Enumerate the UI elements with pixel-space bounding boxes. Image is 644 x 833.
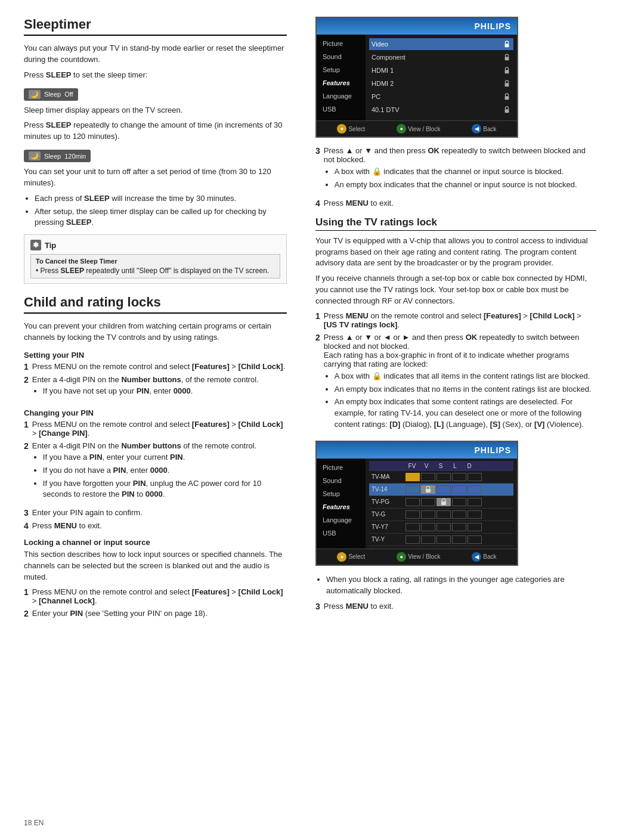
tv-footer-2: ● Select ● View / Block ◀ Back [317,549,517,565]
col-d: D [462,463,476,469]
row-tvg: TV-G [369,509,513,521]
cell-tvy7-d [467,523,482,531]
footer-back-1: ◀ Back [472,124,496,134]
s1-p1: You can always put your TV in stand-by m… [24,43,287,66]
step4-exit-row: 3 Press MENU to exit. [315,602,596,611]
label-tvy7: TV-Y7 [371,524,405,530]
tv-menu-setup-1: Setup [317,63,366,76]
r4-b3: An empty box indicates that some content… [335,397,596,431]
cell-tvpg-d [467,498,482,506]
tv2-menu-setup: Setup [317,487,366,500]
cell-tv14-v [421,485,435,494]
select-icon-2: ● [337,552,346,562]
tip-label: Tip [45,241,56,250]
cell-tvy-v [421,535,435,544]
right-step4-num: 4 [315,199,320,208]
cell-tv14-fv [405,485,420,494]
footer-back-2: ◀ Back [472,552,496,562]
footer-select-2: ● Select [337,552,365,562]
right-step4-2: 2 Press ▲ or ▼ or ◄ or ► and then press … [315,333,596,435]
s2-p1: You can prevent your children from watch… [24,321,287,343]
s4-p2: If you receive channels through a set-to… [315,273,596,307]
row-tvy: TV-Y [369,534,513,546]
cell-tvma-fv [405,473,420,481]
s1-p5: You can set your unit to turn off after … [24,166,287,189]
cell-tvg-s [436,510,451,519]
right-step4-exit: 4 Press MENU to exit. [315,199,596,208]
s3-p1: This section describes how to lock input… [24,549,287,583]
cell-tvpg-s [436,498,451,506]
right-step3: 3 Press ▲ or ▼ and then press OK repeate… [315,146,596,195]
step3-content1: Press MENU on the remote control and sel… [32,587,287,605]
ratings-footer-b1: When you block a rating, all ratings in … [326,574,596,597]
tv2-menu-picture: Picture [317,461,366,474]
cell-tv14-l [452,485,466,494]
lock-icon-dtv [503,106,511,114]
step2-row1: 1 Press MENU on the remote control and s… [24,420,287,438]
footer-select-label-2: Select [348,553,365,560]
tv-sidebar-2: Picture Sound Setup Features Language US… [317,459,366,549]
step2-row4: 4 Press MENU to exit. [24,521,287,531]
cell-tv14-s [436,485,451,494]
sleep-bullet-2: After setup, the sleep timer display can… [35,206,287,229]
cell-tvy7-v [421,523,435,531]
svg-rect-4 [505,96,509,100]
step4-exit-content: Press MENU to exit. [324,602,596,611]
viewblock-icon-2: ● [397,552,406,562]
tip-header: ✱ Tip [30,240,280,250]
section1-title: Sleeptimer [24,17,287,36]
cell-tvy-d [467,535,482,544]
tv-menu-2: Picture Sound Setup Features Language US… [317,459,517,549]
cell-tvg-l [452,510,466,519]
tv-ratings-area: FV V S L D TV-MA TV-14 [366,459,517,549]
step3-num-1: 1 [24,587,29,597]
s4-p1: Your TV is equipped with a V-chip that a… [315,236,596,270]
tv-menu-features-1: Features [317,76,366,89]
tv2-menu-sound: Sound [317,474,366,487]
step2-content4: Press MENU to exit. [32,521,287,530]
step2-b1: If you have a PIN, enter your current PI… [43,452,287,463]
tv-sidebar-1: Picture Sound Setup Features Language US… [317,35,366,120]
tip-sub-title: To Cancel the Sleep Timer [36,258,275,265]
tip-icon: ✱ [30,240,41,250]
col-v: V [419,463,434,469]
lock-icon-component [503,53,511,61]
cell-tvg-v [421,510,435,519]
s1-p4: Press SLEEP repeatedly to change the amo… [24,120,287,143]
right-step3-bullets: A box with 🔒 indicates that the channel … [335,166,596,191]
svg-rect-1 [505,57,509,60]
tip-sub-box: To Cancel the Sleep Timer • Press SLEEP … [30,254,280,278]
step2-num-4: 4 [24,521,29,531]
lock-icon-video [503,40,511,48]
step1-content2: Enter a 4-digit PIN on the Number button… [32,375,287,401]
tip-box: ✱ Tip To Cancel the Sleep Timer • Press … [24,234,287,284]
select-icon-1: ● [337,124,346,134]
tv-header-1: PHILIPS [317,18,517,35]
footer-back-label-1: Back [483,126,496,132]
tv-menu-usb-1: USB [317,103,366,116]
r4-bullets: A box with 🔒 indicates that all items in… [335,371,596,431]
step1-content1: Press MENU on the remote control and sel… [32,362,287,371]
col-s: S [434,463,448,469]
philips-logo-1: PHILIPS [475,21,511,31]
cell-tvy7-l [452,523,466,531]
sleep-icon-2: 🌙 [29,151,41,160]
tv-menu-sound-1: Sound [317,50,366,63]
r4-num-1: 1 [315,311,320,321]
right-step3-content: Press ▲ or ▼ and then press OK repeatedl… [324,146,596,195]
right-step3-b2: An empty box indicates that the channel … [335,179,596,191]
lock-icon-pc [503,92,511,101]
back-icon-1: ◀ [472,124,481,134]
r4-num-2: 2 [315,333,320,342]
philips-logo-2: PHILIPS [475,445,511,455]
row-tv14: TV-14 [369,484,513,496]
r4-b1: A box with 🔒 indicates that all items in… [335,371,596,382]
sleep-bullet-1: Each press of SLEEP will increase the ti… [35,193,287,205]
tv-option-hdmi2: HDMI 2 [369,78,513,89]
tv-footer-1: ● Select ● View / Block ◀ Back [317,120,517,137]
footer-viewblock-label-2: View / Block [408,553,440,560]
step2-num-1: 1 [24,420,29,429]
step4-exit-num: 3 [315,602,320,611]
sleep-bullets: Each press of SLEEP will increase the ti… [35,193,287,229]
cell-tvma-l [452,473,466,481]
